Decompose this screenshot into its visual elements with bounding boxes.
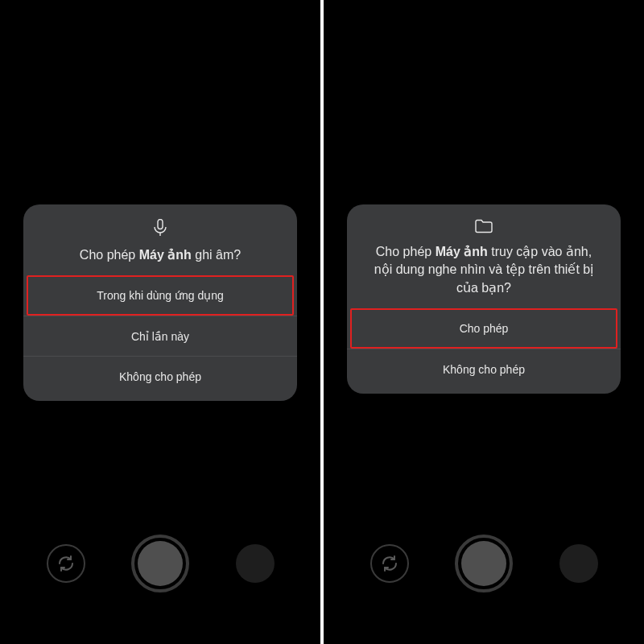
dialog-title-pre: Cho phép [80,248,139,262]
deny-button[interactable]: Không cho phép [23,356,297,396]
dialog-title: Cho phép Máy ảnh ghi âm? [23,246,297,275]
dialog-title: Cho phép Máy ảnh truy cập vào ảnh, nội d… [347,243,621,308]
phone-screenshot-right: Cho phép Máy ảnh truy cập vào ảnh, nội d… [324,0,644,644]
microphone-icon [23,219,297,237]
button-label: Trong khi dùng ứng dụng [28,289,292,302]
button-label: Cho phép [352,322,616,335]
button-label: Không cho phép [23,370,297,383]
dialog-title-pre: Cho phép [376,245,436,258]
only-this-time-button[interactable]: Chỉ lần này [23,316,297,356]
dialog-title-bold: Máy ảnh [139,248,192,262]
allow-while-using-button[interactable]: Trong khi dùng ứng dụng [27,275,294,316]
switch-camera-icon [380,554,399,573]
permission-dialog-microphone: Cho phép Máy ảnh ghi âm? Trong khi dùng … [23,204,297,401]
switch-camera-button[interactable] [370,544,409,583]
folder-icon [347,219,621,233]
gallery-thumbnail-button[interactable] [236,544,275,583]
allow-button[interactable]: Cho phép [350,308,617,349]
button-label: Không cho phép [347,363,621,376]
shutter-button[interactable] [131,535,189,592]
shutter-button[interactable] [455,535,513,592]
camera-bottom-bar [324,527,644,600]
phone-screenshot-left: Cho phép Máy ảnh ghi âm? Trong khi dùng … [0,0,320,644]
deny-button[interactable]: Không cho phép [347,349,621,389]
switch-camera-button[interactable] [47,544,85,583]
gallery-thumbnail-button[interactable] [559,544,598,583]
button-label: Chỉ lần này [23,330,297,343]
svg-rect-0 [158,220,163,229]
camera-bottom-bar [0,527,320,600]
permission-dialog-storage: Cho phép Máy ảnh truy cập vào ảnh, nội d… [347,204,621,394]
shutter-center [138,541,183,586]
shutter-center [461,541,506,586]
dialog-title-post: ghi âm? [192,248,241,262]
dialog-title-bold: Máy ảnh [436,245,488,258]
switch-camera-icon [56,554,76,573]
